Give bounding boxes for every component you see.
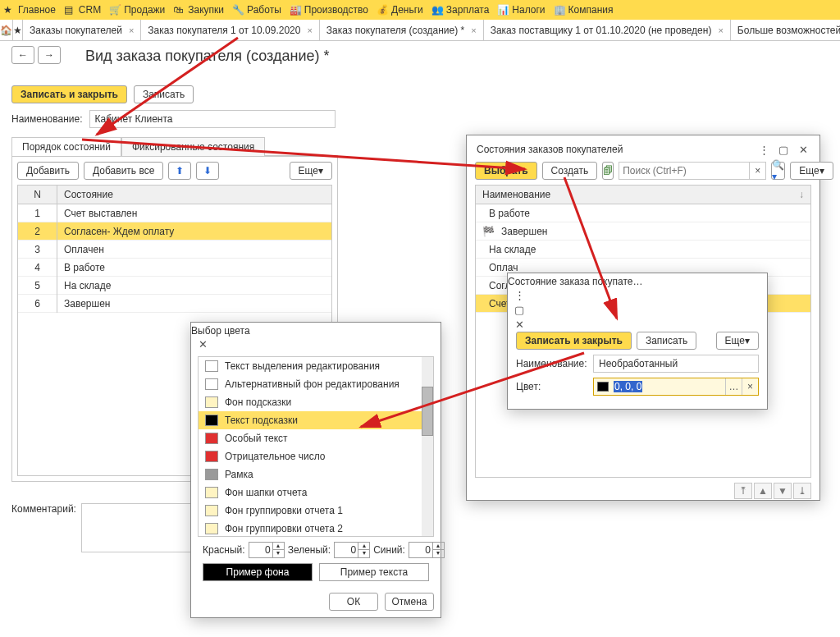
tab[interactable]: Заказы покупателей× [23, 20, 141, 40]
blue-spin[interactable]: ▴▾ [409, 542, 445, 558]
color-swatch [597, 382, 609, 392]
color-item[interactable]: Особый текст [199, 429, 433, 447]
blue-input[interactable] [409, 543, 432, 557]
color-item[interactable]: Фон шапки отчета [199, 483, 433, 502]
more-button[interactable]: Еще ▾ [790, 162, 833, 180]
nav-item[interactable]: 👥Зарплата [431, 4, 490, 16]
state-name-input[interactable] [593, 355, 759, 373]
nav-item[interactable]: 🏢Компания [554, 4, 614, 16]
list-item-label: Оплач [489, 262, 518, 273]
forward-button[interactable]: → [38, 46, 61, 64]
home-tab[interactable]: 🏠 [0, 20, 13, 40]
create-button[interactable]: Создать [542, 162, 598, 180]
save-close-button[interactable]: Записать и закрыть [516, 332, 632, 350]
col-state[interactable]: Состояние [57, 186, 331, 204]
crm-icon: ▤ [64, 4, 75, 16]
clear-search-icon[interactable]: × [749, 163, 765, 179]
sort-icon[interactable]: ↓ [799, 189, 804, 200]
green-spin[interactable]: ▴▾ [334, 542, 370, 558]
red-input[interactable] [249, 543, 272, 557]
save-button[interactable]: Записать [637, 332, 696, 350]
save-close-button[interactable]: Записать и закрыть [11, 85, 127, 103]
more-button[interactable]: Еще ▾ [290, 162, 332, 180]
color-item[interactable]: Отрицательное число [199, 447, 433, 465]
nav-item[interactable]: ▤CRM [64, 4, 101, 16]
scrollbar[interactable] [422, 357, 433, 536]
nav-item[interactable]: 🏭Производство [290, 4, 368, 16]
col-name[interactable]: Наименование [482, 189, 550, 200]
menu-icon[interactable]: ⋮ [511, 287, 527, 302]
color-item[interactable]: Фон группировки отчета 2 [199, 520, 433, 537]
color-item[interactable]: Текст подсказки [199, 411, 433, 429]
nav-down[interactable]: ▼ [774, 483, 792, 499]
table-row[interactable]: 1Счет выставлен [18, 204, 331, 222]
color-item[interactable]: Рамка [199, 465, 433, 483]
table-row[interactable]: 5На складе [18, 277, 331, 295]
close-icon[interactable]: ✕ [795, 142, 811, 157]
move-up-button[interactable]: ⬆ [168, 162, 191, 180]
select-button[interactable]: Выбрать [475, 162, 537, 180]
close-icon[interactable]: ✕ [511, 317, 527, 332]
tab[interactable]: Больше возможностей: настройка пр [731, 20, 840, 40]
color-list[interactable]: Текст выделения редактированияАльтернати… [198, 356, 434, 537]
green-input[interactable] [335, 543, 358, 557]
close-icon[interactable]: × [471, 25, 476, 35]
close-icon[interactable]: × [129, 25, 134, 35]
table-row[interactable]: 4В работе [18, 259, 331, 277]
color-swatch [205, 415, 218, 426]
color-item-label: Рамка [225, 469, 253, 480]
search-button[interactable]: 🔍▾ [771, 162, 785, 180]
search-input[interactable] [619, 165, 749, 176]
nav-item[interactable]: 📊Налоги [497, 4, 545, 16]
close-icon[interactable]: × [307, 25, 312, 35]
nav-first[interactable]: ⤒ [734, 483, 752, 499]
save-button[interactable]: Записать [134, 85, 194, 103]
table-row[interactable]: 3Оплачен [18, 241, 331, 259]
clear-color-button[interactable]: × [742, 378, 758, 395]
color-item[interactable]: Фон подсказки [199, 393, 433, 411]
col-n[interactable]: N [18, 186, 57, 204]
table-row[interactable]: 2Согласен- Ждем оплату [18, 222, 331, 241]
menu-icon[interactable]: ⋮ [756, 142, 772, 157]
tab[interactable]: Заказ покупателя 1 от 10.09.2020× [141, 20, 320, 40]
back-button[interactable]: ← [11, 46, 34, 64]
cell-n: 2 [18, 222, 57, 241]
move-down-button[interactable]: ⬇ [196, 162, 219, 180]
tab-fixed-states[interactable]: Фиксированные состояния [121, 137, 265, 156]
nav-item[interactable]: 💰Деньги [377, 4, 423, 16]
cancel-button[interactable]: Отмена [385, 593, 434, 611]
list-item[interactable]: В работе [476, 204, 810, 222]
add-button[interactable]: Добавить [17, 162, 79, 180]
tab[interactable]: Заказ покупателя (создание) *× [320, 20, 484, 40]
table-row[interactable]: 6Завершен [18, 295, 331, 313]
cell-n: 5 [18, 277, 57, 295]
nav-up[interactable]: ▲ [754, 483, 772, 499]
ok-button[interactable]: ОК [329, 593, 378, 611]
list-item[interactable]: На складе [476, 241, 810, 259]
color-item-label: Особый текст [225, 433, 288, 444]
close-icon[interactable]: × [718, 25, 723, 35]
nav-item[interactable]: 🛒Продажи [109, 4, 165, 16]
nav-item[interactable]: ★Главное [3, 4, 56, 16]
copy-button[interactable]: 🗐 [602, 162, 614, 180]
close-icon[interactable]: ✕ [194, 337, 211, 351]
color-item[interactable]: Фон группировки отчета 1 [199, 502, 433, 520]
star-tab[interactable]: ★ [13, 20, 23, 40]
nav-item[interactable]: 🛍Закупки [173, 4, 224, 16]
tab-states-order[interactable]: Порядок состояний [11, 137, 121, 156]
color-value[interactable]: 0, 0, 0 [612, 381, 725, 392]
choose-color-button[interactable]: … [725, 378, 742, 395]
name-input[interactable] [89, 110, 336, 128]
color-item[interactable]: Текст выделения редактирования [199, 357, 433, 375]
nav-item[interactable]: 🔧Работы [232, 4, 281, 16]
more-button[interactable]: Еще ▾ [716, 332, 759, 350]
tab[interactable]: Заказ поставщику 1 от 01.10.2020 (не про… [484, 20, 731, 40]
list-item[interactable]: 🏁Завершен [476, 222, 810, 241]
scrollbar-thumb[interactable] [422, 387, 433, 436]
maximize-icon[interactable]: ▢ [511, 302, 527, 317]
nav-last[interactable]: ⤓ [793, 483, 811, 499]
maximize-icon[interactable]: ▢ [775, 142, 792, 157]
color-item[interactable]: Альтернативный фон редактирования [199, 375, 433, 393]
red-spin[interactable]: ▴▾ [249, 542, 285, 558]
add-all-button[interactable]: Добавить все [84, 162, 163, 180]
